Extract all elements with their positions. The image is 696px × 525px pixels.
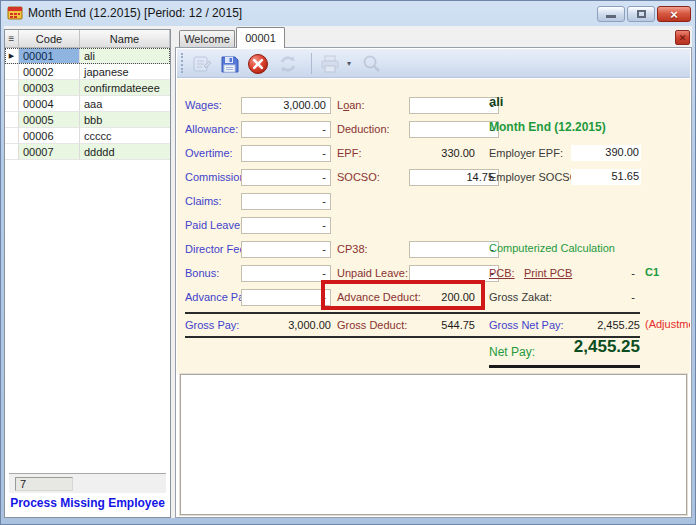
table-row[interactable]: 00007 ddddd <box>5 144 170 160</box>
column-header-name[interactable]: Name <box>80 30 170 48</box>
cell-name[interactable]: aaa <box>80 96 170 112</box>
gross-pay-label: Gross Pay: <box>185 318 239 333</box>
row-gutter <box>5 144 19 160</box>
save-button[interactable] <box>218 52 242 76</box>
claims-input[interactable]: - <box>241 193 331 210</box>
label-part: Wa <box>185 99 201 111</box>
process-missing-employee-link[interactable]: Process Missing Employee <box>5 496 170 510</box>
print-preview-icon <box>361 53 383 75</box>
employer-epf-value: 390.00 <box>571 145 641 161</box>
overtime-input[interactable]: - <box>241 145 331 162</box>
loan-input[interactable]: - <box>409 97 499 114</box>
label-part: Paid Leave: <box>185 219 243 231</box>
cell-name[interactable]: bbb <box>80 112 170 128</box>
close-icon: ✕ <box>679 33 687 43</box>
edit-note-button[interactable] <box>190 52 214 76</box>
cell-name[interactable]: ccccc <box>80 128 170 144</box>
socso-input[interactable]: 14.75 <box>409 169 499 186</box>
app-icon <box>7 5 23 21</box>
remarks-box[interactable] <box>180 374 687 515</box>
cell-name[interactable]: ali <box>80 48 170 64</box>
column-header-code[interactable]: Code <box>19 30 80 48</box>
cell-code[interactable]: 00002 <box>19 64 80 80</box>
cell-code[interactable]: 00001 <box>19 48 80 64</box>
minimize-icon <box>606 15 616 18</box>
cell-code[interactable]: 00007 <box>19 144 80 160</box>
tab-welcome[interactable]: Welcome <box>179 30 235 47</box>
print-preview-button[interactable] <box>360 52 384 76</box>
cell-code[interactable]: 00006 <box>19 128 80 144</box>
tab-close-button[interactable]: ✕ <box>675 30 690 45</box>
print-button[interactable] <box>318 52 342 76</box>
label-part: es: <box>207 99 222 111</box>
allowance-input[interactable]: - <box>241 121 331 138</box>
deduction-input[interactable]: - <box>409 121 499 138</box>
label-part: Emplo <box>489 147 520 159</box>
app-window: Month End (12.2015) [Period: 12 / 2015] … <box>0 0 696 525</box>
gross-deduct-value: 544.75 <box>399 318 475 333</box>
cell-code[interactable]: 00004 <box>19 96 80 112</box>
label-part: CP38: <box>337 243 368 255</box>
table-row[interactable]: ▶ 00001 ali <box>5 48 170 64</box>
print-dropdown-arrow[interactable]: ▾ <box>347 59 351 68</box>
gross-deduct-label: Gross Deduct: <box>337 318 407 333</box>
gross-zakat-label: Gross Zakat: <box>489 290 552 305</box>
label-part: Unpaid Leave: <box>337 267 408 279</box>
overtime-label: Overtime: <box>185 146 233 161</box>
cp38-input[interactable]: - <box>409 241 499 258</box>
payroll-form: Wages: 3,000.00 Allowance: - Overtime: -… <box>177 79 690 373</box>
table-row[interactable]: 00006 ccccc <box>5 128 170 144</box>
period-title: Month End (12.2015) <box>489 120 606 134</box>
wages-label: Wages: <box>185 98 222 113</box>
employer-socso-value: 51.65 <box>571 169 641 185</box>
grid-selector-header[interactable]: ≡ <box>5 30 19 48</box>
refresh-icon <box>277 53 299 75</box>
pcb-link[interactable]: PCB: <box>489 266 515 281</box>
window-title: Month End (12.2015) [Period: 12 / 2015] <box>28 6 242 20</box>
cell-name[interactable]: ddddd <box>80 144 170 160</box>
table-row[interactable]: 00003 confirmdateeee <box>5 80 170 96</box>
net-pay-value: 2,455.25 <box>512 337 640 357</box>
cell-code[interactable]: 00005 <box>19 112 80 128</box>
table-row[interactable]: 00002 japanese <box>5 64 170 80</box>
label-part: Claims: <box>185 195 222 207</box>
socso-label: SOCSO: <box>337 170 380 185</box>
wages-input[interactable]: 3,000.00 <box>241 97 331 114</box>
maximize-button[interactable] <box>627 6 655 22</box>
toolbar-separator <box>311 53 312 74</box>
cancel-button[interactable] <box>246 52 270 76</box>
table-row[interactable]: 00005 bbb <box>5 112 170 128</box>
net-pay-underline <box>489 365 640 368</box>
bonus-input[interactable]: - <box>241 265 331 282</box>
record-count-bar: 7 <box>9 473 166 493</box>
cell-code[interactable]: 00003 <box>19 80 80 96</box>
minimize-button[interactable] <box>597 6 625 22</box>
advance-paid-input[interactable]: - <box>241 289 331 306</box>
pcb-code: C1 <box>645 265 659 280</box>
tab-current-employee[interactable]: 00001 <box>236 27 285 48</box>
commission-input[interactable]: - <box>241 169 331 186</box>
window-controls: × <box>597 6 691 22</box>
cp38-label: CP38: <box>337 242 368 257</box>
loan-label: Loan: <box>337 98 365 113</box>
column-chooser-icon: ≡ <box>9 34 15 44</box>
title-bar: Month End (12.2015) [Period: 12 / 2015] … <box>0 0 696 26</box>
table-row[interactable]: 00004 aaa <box>5 96 170 112</box>
paid-leave-input[interactable]: - <box>241 217 331 234</box>
cell-name[interactable]: confirmdateeee <box>80 80 170 96</box>
record-count-field: 7 <box>15 477 73 491</box>
bonus-label: Bonus: <box>185 266 219 281</box>
refresh-button[interactable] <box>276 52 300 76</box>
advance-deduct-value: 200.00 <box>409 290 475 305</box>
epf-label: EPF: <box>337 146 361 161</box>
print-pcb-link[interactable]: Print PCB <box>524 266 572 281</box>
director-fees-input[interactable]: - <box>241 241 331 258</box>
cell-name[interactable]: japanese <box>80 64 170 80</box>
pcb-value: - <box>587 266 635 281</box>
claims-label: Claims: <box>185 194 222 209</box>
toolbar-grip[interactable] <box>181 53 184 73</box>
row-arrow-icon: ▶ <box>9 52 14 60</box>
close-button[interactable]: × <box>657 6 691 22</box>
unpaid-leave-input[interactable]: - <box>409 265 499 282</box>
current-row-marker: ▶ <box>5 48 19 64</box>
